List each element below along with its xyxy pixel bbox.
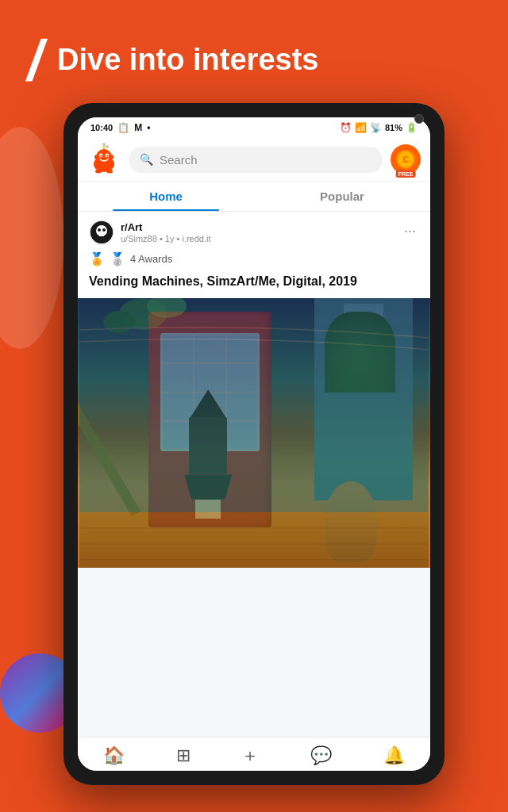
status-bar: 10:40 📋 M • ⏰ 📶 📡 81% 🔋 — [78, 117, 430, 138]
post-title: Vending Machines, SimzArt/Me, Digital, 2… — [78, 271, 430, 298]
post-info: r/Art u/Simz88 • 1y • i.redd.it — [121, 221, 211, 243]
dot-indicator: • — [147, 122, 150, 133]
coin-icon: C — [396, 150, 415, 169]
award-icon-2: 🥈 — [110, 251, 125, 266]
awards-row: 🏅 🥈 4 Awards — [78, 250, 430, 271]
post-age: 1y — [165, 234, 175, 243]
post-details: u/Simz88 • 1y • i.redd.it — [121, 234, 211, 243]
home-icon: 🏠 — [103, 747, 125, 764]
create-icon: ＋ — [241, 747, 259, 764]
header-title: Dive into interests — [57, 43, 318, 78]
post-user: u/Simz88 — [121, 234, 157, 243]
app-header: 🔍 Search C — [78, 138, 430, 182]
search-placeholder: Search — [160, 153, 198, 167]
post-source: i.redd.it — [182, 234, 210, 243]
feed: r/Art u/Simz88 • 1y • i.redd.it ··· — [78, 212, 430, 737]
tablet-device: 10:40 📋 M • ⏰ 📶 📡 81% 🔋 — [64, 103, 444, 785]
battery-level: 81% — [385, 123, 402, 132]
svg-point-10 — [95, 170, 102, 174]
svg-point-4 — [100, 155, 102, 156]
status-left: 10:40 📋 M • — [90, 122, 150, 133]
svg-rect-20 — [98, 236, 105, 238]
post-separator: • — [160, 234, 165, 243]
nav-chat[interactable]: 💬 — [299, 744, 343, 768]
tab-home-label: Home — [149, 190, 183, 203]
post-card: r/Art u/Simz88 • 1y • i.redd.it ··· — [78, 212, 430, 568]
screen: 10:40 📋 M • ⏰ 📶 📡 81% 🔋 — [78, 117, 430, 771]
post-header: r/Art u/Simz88 • 1y • i.redd.it ··· — [78, 212, 430, 250]
svg-point-15 — [96, 225, 107, 236]
nav-home[interactable]: 🏠 — [92, 744, 136, 768]
nav-create[interactable]: ＋ — [230, 744, 270, 768]
more-options-button[interactable]: ··· — [401, 220, 419, 243]
search-bar[interactable]: 🔍 Search — [129, 147, 383, 173]
svg-point-6 — [94, 155, 99, 159]
wifi-icon: 📶 — [355, 122, 367, 133]
post-meta: r/Art u/Simz88 • 1y • i.redd.it — [89, 220, 211, 245]
tab-popular-label: Popular — [320, 190, 364, 203]
tab-popular[interactable]: Popular — [254, 182, 430, 211]
svg-point-7 — [109, 155, 114, 159]
page-header: / Dive into interests — [0, 0, 508, 105]
svg-point-28 — [103, 311, 135, 333]
status-time: 10:40 — [90, 123, 113, 132]
coin-badge[interactable]: C — [391, 144, 421, 174]
svg-point-5 — [106, 155, 108, 156]
svg-point-13 — [106, 145, 109, 148]
nav-notifications[interactable]: 🔔 — [372, 744, 416, 768]
svg-point-16 — [98, 228, 101, 232]
alarm-icon: ⏰ — [340, 122, 352, 133]
nav-browse[interactable]: ⊞ — [165, 744, 202, 768]
search-icon: 🔍 — [140, 153, 153, 166]
bell-icon: 🔔 — [383, 747, 405, 764]
svg-marker-12 — [102, 145, 106, 148]
bottom-nav: 🏠 ⊞ ＋ 💬 🔔 — [78, 737, 430, 771]
tab-home[interactable]: Home — [78, 182, 254, 211]
gmail-icon: M — [134, 122, 142, 133]
clipboard-icon: 📋 — [117, 122, 129, 133]
camera-dot — [414, 114, 424, 124]
awards-count: 4 Awards — [130, 253, 172, 265]
subreddit-icon[interactable] — [89, 220, 114, 245]
svg-point-17 — [102, 228, 106, 232]
svg-point-11 — [106, 170, 113, 174]
award-icon-1: 🏅 — [89, 251, 105, 266]
browse-icon: ⊞ — [176, 747, 190, 764]
slash-icon: / — [24, 32, 50, 89]
chat-icon: 💬 — [310, 747, 332, 764]
reddit-logo[interactable] — [87, 143, 121, 176]
status-right: ⏰ 📶 📡 81% 🔋 — [340, 122, 418, 133]
subreddit-name[interactable]: r/Art — [121, 221, 211, 233]
post-image[interactable] — [78, 298, 430, 568]
tabs-bar: Home Popular — [78, 182, 430, 212]
signal-icon: 📡 — [370, 122, 382, 133]
battery-icon: 🔋 — [406, 122, 418, 133]
